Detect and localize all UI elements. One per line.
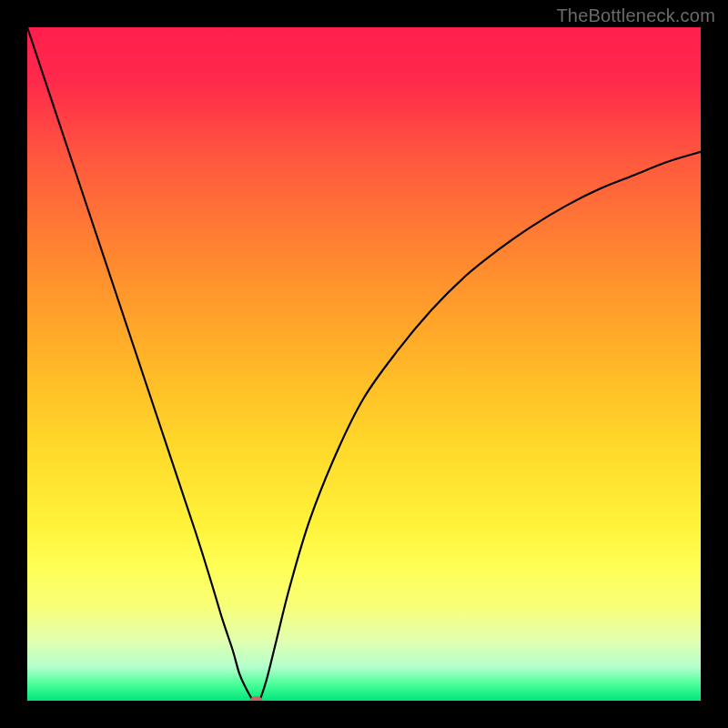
watermark-text: TheBottleneck.com — [556, 5, 715, 26]
chart-svg — [27, 27, 701, 701]
plot-area — [27, 27, 701, 701]
chart-frame: TheBottleneck.com — [0, 0, 728, 728]
gradient-background — [27, 27, 701, 701]
